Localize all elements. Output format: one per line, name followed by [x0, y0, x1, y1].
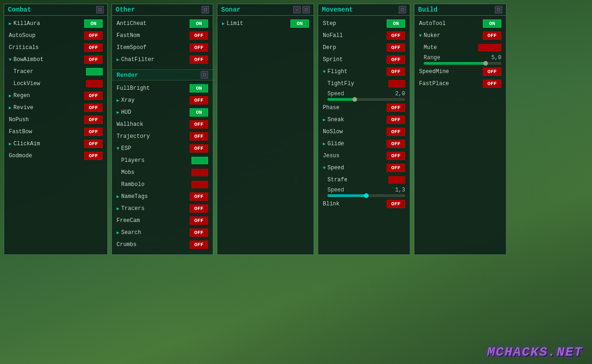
row-regen: ▶ Regen OFF	[4, 90, 107, 102]
label-phase: Phase	[323, 105, 339, 111]
btn-esp[interactable]: OFF	[190, 144, 208, 153]
label-tightfly: TightFly	[327, 80, 354, 87]
btn-godmode[interactable]: OFF	[84, 152, 103, 160]
panel-other-close[interactable]: □	[202, 6, 209, 13]
arrow-flight: ▼	[323, 69, 326, 74]
panel-other-title: Other	[116, 6, 135, 13]
row-chatfilter: ▶ ChatFilter OFF	[112, 54, 213, 66]
btn-revive[interactable]: OFF	[84, 104, 103, 112]
btn-clickaim[interactable]: OFF	[84, 140, 103, 148]
panel-other-body: AntiCheat ON FastNom OFF ItemSpoof OFF ▶…	[112, 16, 213, 68]
flight-speed-fill	[327, 98, 355, 101]
arrow-chatfilter: ▶	[117, 57, 119, 62]
btn-sprint[interactable]: OFF	[387, 56, 405, 64]
btn-nopush[interactable]: OFF	[84, 116, 103, 124]
btn-regen[interactable]: OFF	[84, 92, 103, 100]
btn-autotool[interactable]: ON	[483, 19, 501, 28]
btn-blink[interactable]: OFF	[387, 200, 405, 208]
btn-flight[interactable]: OFF	[387, 68, 405, 76]
subpanel-render-close[interactable]: □	[201, 71, 208, 79]
label-sneak: ▶ Sneak	[323, 117, 344, 123]
arrow-speed: ▼	[323, 166, 326, 171]
btn-fullbright[interactable]: ON	[190, 84, 208, 93]
label-players: Players	[121, 157, 144, 164]
btn-itemspoof[interactable]: OFF	[190, 43, 208, 52]
row-search: ▶ Search OFF	[112, 227, 213, 239]
btn-trajectory[interactable]: OFF	[190, 132, 208, 141]
panel-movement-close[interactable]: □	[399, 6, 406, 13]
btn-derp[interactable]: OFF	[387, 43, 405, 52]
btn-speedmine[interactable]: OFF	[483, 68, 501, 76]
arrow-hud: ▶	[117, 110, 119, 115]
row-tracer: Tracer	[4, 66, 107, 78]
btn-tracers[interactable]: OFF	[190, 204, 208, 213]
range-name: Range	[424, 55, 440, 61]
btn-anticheat[interactable]: ON	[190, 19, 208, 28]
label-nopush: NoPush	[9, 117, 29, 123]
arrow-xray: ▶	[117, 98, 119, 103]
btn-nofall[interactable]: OFF	[387, 31, 405, 40]
btn-speed[interactable]: OFF	[387, 164, 405, 172]
row-rambolo: Rambolo	[112, 179, 213, 191]
row-step: Step ON	[318, 18, 410, 30]
panel-combat-close[interactable]: □	[96, 6, 104, 13]
panel-build-body: AutoTool ON ▼ Nuker OFF Mute Range 5,0	[414, 16, 506, 92]
row-itemspoof: ItemSpoof OFF	[112, 42, 213, 54]
row-strafe: Strafe	[318, 174, 410, 186]
panel-sonar-body: ▶ Limit ON	[217, 16, 314, 31]
btn-step[interactable]: ON	[387, 19, 405, 28]
label-revive: ▶ Revive	[9, 105, 33, 111]
panel-sonar-close[interactable]: □	[302, 6, 310, 13]
label-sprint: Sprint	[323, 56, 343, 63]
row-criticals: Criticals OFF	[4, 42, 107, 54]
btn-noslow[interactable]: OFF	[387, 128, 405, 136]
label-strafe: Strafe	[327, 177, 347, 183]
strafe-bar	[388, 176, 405, 184]
row-nopush: NoPush OFF	[4, 114, 107, 126]
btn-search[interactable]: OFF	[190, 228, 208, 237]
btn-bowaimbot[interactable]: OFF	[84, 56, 103, 64]
btn-killaura[interactable]: ON	[84, 19, 103, 28]
btn-fastbow[interactable]: OFF	[84, 128, 103, 136]
row-esp: ▼ ESP OFF	[112, 142, 213, 154]
btn-jesus[interactable]: OFF	[387, 152, 405, 160]
panel-movement-header: Movement □	[318, 4, 410, 16]
arrow-clickaim: ▶	[9, 141, 12, 147]
label-autotool: AutoTool	[419, 20, 446, 27]
label-search: ▶ Search	[117, 229, 141, 236]
panel-build-close[interactable]: □	[495, 6, 502, 13]
btn-autosoup[interactable]: OFF	[84, 31, 103, 40]
row-speedmine: SpeedMine OFF	[414, 66, 506, 78]
btn-freecam[interactable]: OFF	[190, 216, 208, 225]
row-trajectory: Trajectory OFF	[112, 130, 213, 142]
btn-criticals[interactable]: OFF	[84, 43, 103, 52]
btn-nuker[interactable]: OFF	[483, 31, 501, 40]
btn-nametags[interactable]: OFF	[190, 192, 208, 201]
label-tracer: Tracer	[13, 68, 33, 75]
panel-sonar-minus[interactable]: -	[293, 6, 301, 13]
btn-glide[interactable]: OFF	[387, 140, 405, 148]
panel-combat-title: Combat	[8, 6, 31, 13]
btn-phase[interactable]: OFF	[387, 104, 405, 112]
speed-track[interactable]	[327, 194, 405, 197]
btn-crumbs[interactable]: OFF	[190, 241, 208, 249]
panel-other: Other □ AntiCheat ON FastNom OFF ItemSpo…	[111, 4, 213, 255]
btn-hud[interactable]: ON	[190, 108, 208, 117]
panel-movement-title: Movement	[322, 6, 353, 13]
flight-speed-track[interactable]	[327, 98, 405, 101]
row-jesus: Jesus OFF	[318, 150, 410, 162]
label-nametags: ▶ NameTags	[117, 193, 148, 200]
row-speed-slider: Speed 1,3	[318, 186, 410, 198]
panel-other-header: Other □	[112, 4, 213, 16]
row-hud: ▶ HUD ON	[112, 106, 213, 118]
flight-speed-thumb	[352, 97, 357, 102]
btn-fastnom[interactable]: OFF	[190, 31, 208, 40]
btn-wallhack[interactable]: OFF	[190, 120, 208, 129]
btn-xray[interactable]: OFF	[190, 96, 208, 105]
btn-limit[interactable]: ON	[290, 19, 309, 28]
row-revive: ▶ Revive OFF	[4, 102, 107, 114]
range-track[interactable]	[424, 62, 501, 65]
btn-chatfilter[interactable]: OFF	[190, 56, 208, 64]
btn-fastplace[interactable]: OFF	[483, 80, 501, 88]
btn-sneak[interactable]: OFF	[387, 116, 405, 124]
